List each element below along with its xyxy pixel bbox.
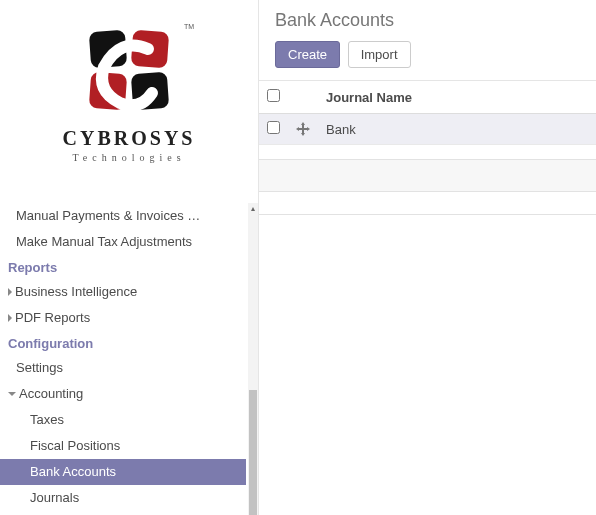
sidebar-item-label: PDF Reports	[15, 310, 90, 326]
sidebar-item-accounting[interactable]: Accounting	[0, 381, 246, 407]
row-select-cell	[259, 114, 288, 145]
table-row[interactable]: Bank	[259, 114, 596, 145]
sidebar-item-manual-payments[interactable]: Manual Payments & Invoices …	[0, 203, 246, 229]
main-content: Bank Accounts Create Import Journal Name	[258, 0, 596, 515]
scrollbar-up-icon[interactable]: ▴	[248, 204, 258, 214]
records-table: Journal Name Bank	[259, 81, 596, 145]
sidebar-item-taxes[interactable]: Taxes	[0, 407, 246, 433]
chevron-right-icon	[8, 314, 12, 322]
sidebar-item-fiscal-positions[interactable]: Fiscal Positions	[0, 433, 246, 459]
cybrosys-logo-icon: TM CYBROSYS Technologies	[54, 17, 204, 187]
move-icon[interactable]	[296, 122, 310, 136]
sidebar-item-label: Accounting	[19, 386, 83, 402]
svg-text:TM: TM	[184, 23, 194, 30]
select-all-checkbox[interactable]	[267, 89, 280, 102]
sidebar: TM CYBROSYS Technologies Manual Payments…	[0, 0, 258, 515]
scrollbar-thumb[interactable]	[249, 390, 257, 515]
table-footer-band	[259, 159, 596, 191]
row-checkbox[interactable]	[267, 121, 280, 134]
sidebar-menu: Manual Payments & Invoices … Make Manual…	[0, 203, 258, 515]
sidebar-item-bank-accounts[interactable]: Bank Accounts	[0, 459, 246, 485]
create-button[interactable]: Create	[275, 41, 340, 68]
column-journal-name[interactable]: Journal Name	[318, 81, 596, 114]
select-all-header	[259, 81, 288, 114]
sidebar-section-configuration: Configuration	[0, 331, 246, 355]
sidebar-item-label: Business Intelligence	[15, 284, 137, 300]
svg-text:CYBROSYS: CYBROSYS	[63, 127, 196, 149]
control-panel: Bank Accounts Create Import	[259, 0, 596, 81]
table-footer-band-2	[259, 191, 596, 215]
svg-text:Technologies: Technologies	[72, 152, 185, 163]
sidebar-item-journals[interactable]: Journals	[0, 485, 246, 511]
chevron-down-icon	[8, 392, 16, 396]
chevron-right-icon	[8, 288, 12, 296]
logo: TM CYBROSYS Technologies	[0, 0, 258, 203]
sidebar-item-business-intelligence[interactable]: Business Intelligence	[0, 279, 246, 305]
handle-header	[288, 81, 318, 114]
import-button[interactable]: Import	[348, 41, 411, 68]
sidebar-item-settings[interactable]: Settings	[0, 355, 246, 381]
sidebar-section-reports: Reports	[0, 255, 246, 279]
row-handle-cell	[288, 114, 318, 145]
sidebar-item-manual-tax[interactable]: Make Manual Tax Adjustments	[0, 229, 246, 255]
page-title: Bank Accounts	[275, 10, 580, 31]
sidebar-item-pdf-reports[interactable]: PDF Reports	[0, 305, 246, 331]
cell-journal-name: Bank	[318, 114, 596, 145]
